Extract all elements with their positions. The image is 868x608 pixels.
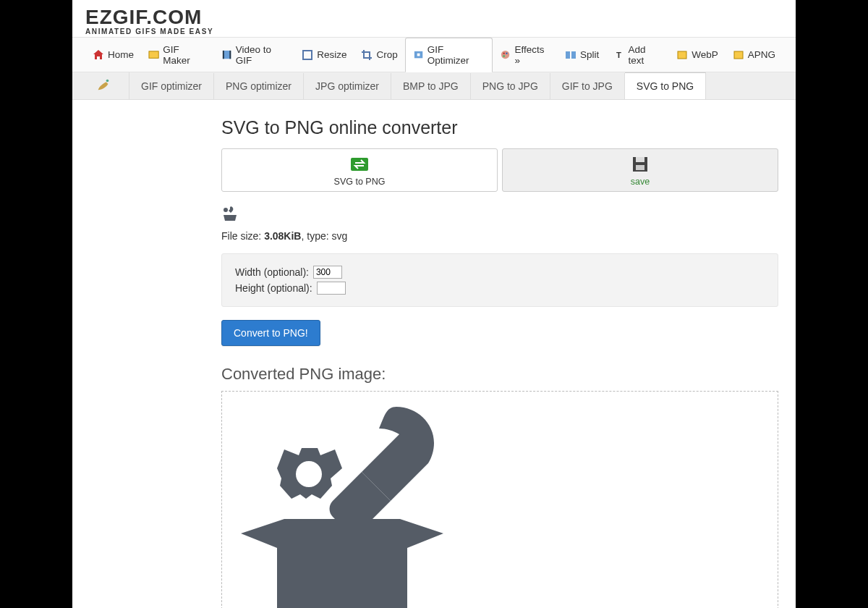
save-icon	[630, 155, 650, 174]
split-icon	[565, 49, 576, 61]
svg-point-16	[106, 80, 109, 83]
frames-icon	[148, 49, 159, 61]
svg-rect-6	[417, 54, 420, 56]
svg-rect-3	[229, 50, 231, 58]
tab-bmp-to-jpg[interactable]: BMP to JPG	[391, 73, 471, 99]
resize-icon	[302, 49, 313, 61]
svg-text:T: T	[616, 51, 621, 59]
convert-icon	[349, 155, 370, 174]
nav-split[interactable]: Split	[558, 43, 606, 67]
file-type: , type: svg	[301, 230, 347, 242]
palette-icon	[500, 49, 511, 61]
crop-icon	[361, 49, 373, 61]
svg-rect-14	[678, 51, 686, 59]
logo-text: EZGIF.COM	[85, 6, 783, 29]
svg-point-10	[503, 55, 505, 56]
result-box	[221, 391, 778, 608]
optimizer-icon	[413, 49, 424, 61]
secondary-nav: GIF optimizer PNG optimizer JPG optimize…	[72, 72, 796, 100]
tab-png-to-jpg[interactable]: PNG to JPG	[471, 73, 550, 99]
primary-nav: Home GIF Maker Video to GIF Resize Crop …	[72, 37, 796, 72]
nav-effects[interactable]: Effects »	[493, 38, 558, 72]
file-size-value: 3.08KiB	[264, 230, 301, 242]
site-header: EZGIF.COM ANIMATED GIFS MADE EASY	[72, 0, 796, 37]
source-thumbnail	[221, 205, 778, 223]
convert-button[interactable]: Convert to PNG!	[221, 320, 320, 346]
result-image	[226, 396, 458, 608]
svg-rect-12	[571, 51, 576, 59]
svg-rect-20	[636, 165, 644, 170]
action-cards: SVG to PNG save	[221, 148, 778, 192]
card-svg-to-png-label: SVG to PNG	[225, 177, 494, 187]
svg-rect-2	[222, 50, 224, 58]
film-icon	[221, 49, 232, 61]
main-content: SVG to PNG online converter SVG to PNG s…	[72, 100, 796, 608]
svg-rect-0	[149, 51, 158, 57]
svg-point-21	[224, 208, 228, 212]
text-icon: T	[613, 49, 624, 61]
svg-point-7	[501, 50, 509, 58]
height-label: Height (optional):	[235, 282, 312, 294]
nav-webp[interactable]: WebP	[669, 43, 726, 67]
svg-rect-4	[303, 51, 312, 59]
home-icon	[93, 49, 104, 61]
nav-resize[interactable]: Resize	[294, 43, 354, 67]
file-size-label: File size:	[221, 230, 264, 242]
svg-rect-15	[734, 51, 743, 59]
result-title: Converted PNG image:	[221, 365, 778, 384]
nav-home[interactable]: Home	[85, 43, 141, 67]
nav-video-to-gif[interactable]: Video to GIF	[214, 38, 295, 72]
card-save[interactable]: save	[502, 148, 778, 192]
nav-gif-maker[interactable]: GIF Maker	[141, 38, 213, 72]
card-save-label: save	[506, 177, 775, 187]
options-form: Width (optional): Height (optional):	[221, 253, 778, 307]
tab-png-optimizer[interactable]: PNG optimizer	[214, 73, 304, 99]
svg-rect-19	[636, 157, 644, 162]
webp-icon	[676, 49, 688, 61]
page-title: SVG to PNG online converter	[221, 117, 778, 138]
file-meta: File size: 3.08KiB, type: svg	[221, 230, 778, 242]
brush-icon	[78, 72, 129, 99]
nav-crop[interactable]: Crop	[354, 43, 404, 67]
tab-gif-optimizer[interactable]: GIF optimizer	[129, 73, 214, 99]
apng-icon	[733, 49, 744, 61]
nav-gif-optimizer[interactable]: GIF Optimizer	[405, 38, 493, 72]
width-label: Width (optional):	[235, 266, 309, 278]
logo-tagline: ANIMATED GIFS MADE EASY	[85, 28, 783, 35]
width-input[interactable]	[313, 266, 342, 279]
nav-add-text[interactable]: TAdd text	[606, 38, 669, 72]
svg-rect-11	[566, 51, 570, 59]
svg-point-9	[506, 52, 508, 54]
height-input[interactable]	[317, 282, 346, 295]
card-svg-to-png[interactable]: SVG to PNG	[221, 148, 498, 192]
tab-jpg-optimizer[interactable]: JPG optimizer	[304, 73, 391, 99]
tab-svg-to-png[interactable]: SVG to PNG	[625, 72, 706, 99]
nav-apng[interactable]: APNG	[726, 43, 783, 67]
tab-gif-to-jpg[interactable]: GIF to JPG	[550, 73, 625, 99]
svg-point-8	[503, 52, 505, 54]
svg-rect-17	[351, 158, 368, 171]
